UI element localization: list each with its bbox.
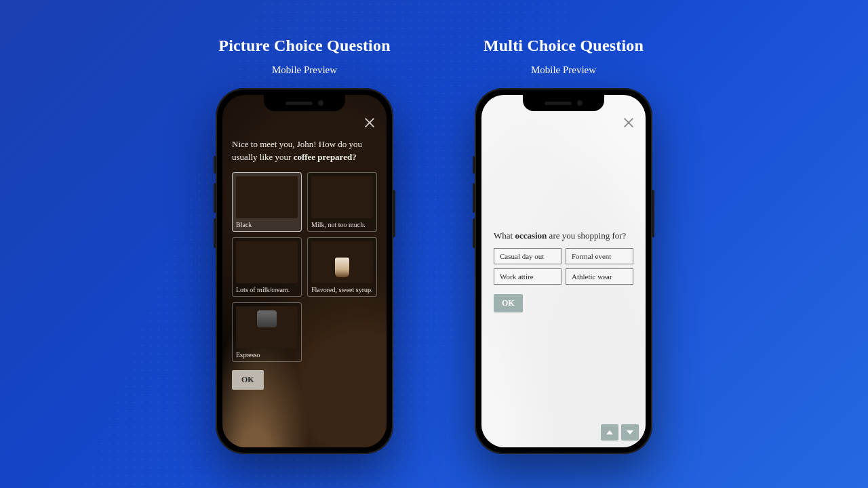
multi-options-grid: Casual day out Formal event Work attire … bbox=[494, 248, 633, 285]
question-text: Nice to meet you, John! How do you usual… bbox=[232, 138, 377, 164]
coffee-cream-thumb bbox=[236, 241, 298, 283]
screen-multi-choice: What occasion are you shopping for? Casu… bbox=[481, 95, 646, 447]
phone-mockup-right: What occasion are you shopping for? Casu… bbox=[475, 88, 652, 454]
question-pre: What bbox=[494, 230, 515, 241]
option-work[interactable]: Work attire bbox=[494, 268, 561, 285]
next-button[interactable] bbox=[621, 424, 639, 441]
stage: Picture Choice Question Mobile Preview N… bbox=[0, 0, 868, 488]
option-casual[interactable]: Casual day out bbox=[494, 248, 561, 264]
coffee-espresso-thumb bbox=[236, 306, 298, 348]
picture-option-flavored[interactable]: Flavored, sweet syrup. bbox=[307, 237, 377, 297]
ok-button[interactable]: OK bbox=[494, 294, 523, 312]
phone-notch bbox=[264, 95, 345, 111]
left-subtitle: Mobile Preview bbox=[272, 64, 337, 76]
right-subtitle: Mobile Preview bbox=[531, 64, 596, 76]
ok-button[interactable]: OK bbox=[232, 370, 264, 390]
chevron-up-icon bbox=[606, 430, 613, 434]
picture-options-grid: Black Milk, not too much. Lots of milk/c… bbox=[232, 172, 377, 362]
option-athletic[interactable]: Athletic wear bbox=[566, 268, 633, 285]
coffee-milk-thumb bbox=[311, 176, 373, 218]
option-label: Lots of milk/cream. bbox=[236, 286, 298, 293]
option-label: Milk, not too much. bbox=[311, 221, 373, 228]
picture-option-milk[interactable]: Milk, not too much. bbox=[307, 172, 377, 232]
left-column: Picture Choice Question Mobile Preview N… bbox=[216, 37, 393, 488]
option-label: Espresso bbox=[236, 351, 298, 359]
picture-option-black[interactable]: Black bbox=[232, 172, 302, 232]
question-bold: coffee prepared? bbox=[294, 152, 357, 162]
coffee-black-thumb bbox=[236, 176, 298, 218]
option-formal[interactable]: Formal event bbox=[566, 248, 633, 264]
option-label: Flavored, sweet syrup. bbox=[311, 286, 373, 293]
question-text: What occasion are you shopping for? bbox=[494, 230, 633, 241]
phone-mockup-left: Nice to meet you, John! How do you usual… bbox=[216, 88, 393, 454]
nav-buttons bbox=[601, 424, 639, 441]
question-post: are you shopping for? bbox=[547, 230, 626, 241]
prev-button[interactable] bbox=[601, 424, 618, 441]
question-bold: occasion bbox=[515, 230, 547, 241]
coffee-flavored-thumb bbox=[311, 241, 373, 283]
picture-option-espresso[interactable]: Espresso bbox=[232, 302, 302, 362]
right-title: Multi Choice Question bbox=[484, 37, 644, 55]
right-column: Multi Choice Question Mobile Preview Wha… bbox=[475, 37, 652, 488]
chevron-down-icon bbox=[627, 430, 633, 434]
picture-option-lots-milk[interactable]: Lots of milk/cream. bbox=[232, 237, 302, 297]
screen-picture-choice: Nice to meet you, John! How do you usual… bbox=[222, 95, 387, 447]
phone-notch bbox=[523, 95, 604, 111]
option-label: Black bbox=[236, 221, 298, 228]
left-title: Picture Choice Question bbox=[218, 37, 390, 55]
